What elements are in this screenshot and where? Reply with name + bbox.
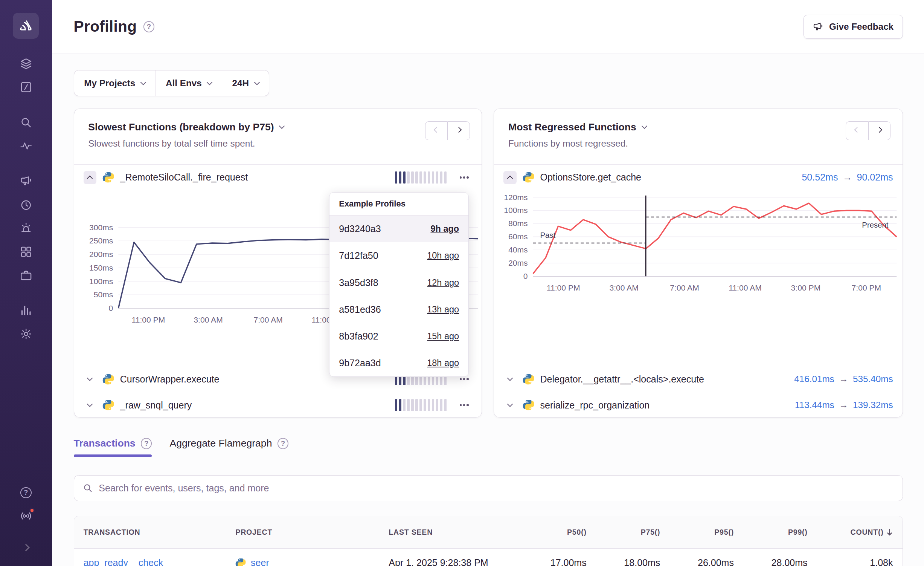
sidebar-item-projects[interactable] (0, 269, 52, 282)
function-row-collapsed[interactable]: Delegator.__getattr__.<locals>.execute 4… (494, 366, 902, 392)
tab-aggregate-flamegraph[interactable]: Aggregate Flamegraph ? (169, 438, 288, 457)
next-page-button[interactable] (447, 121, 470, 140)
duration-before-link[interactable]: 50.52ms (802, 172, 838, 183)
profile-age-link[interactable]: 12h ago (427, 278, 459, 288)
profile-item[interactable]: 7d12fa50 10h ago (329, 242, 468, 269)
next-page-button[interactable] (868, 121, 890, 140)
profile-age-link[interactable]: 18h ago (427, 358, 459, 368)
p95-value: 26.00ms (669, 557, 743, 566)
chevron-down-icon (87, 401, 93, 407)
profile-id: 9d3240a3 (339, 223, 381, 234)
project-link[interactable]: seer (251, 557, 269, 566)
svg-text:11:00 AM: 11:00 AM (729, 283, 762, 292)
profile-id: 8b3fa902 (339, 331, 378, 342)
collapse-row-button[interactable] (84, 171, 96, 184)
function-name[interactable]: Delegator.__getattr__.<locals>.execute (540, 374, 704, 385)
python-icon (102, 373, 114, 385)
row-menu-button[interactable] (456, 173, 472, 182)
duration-after-link[interactable]: 535.40ms (853, 374, 893, 384)
give-feedback-button[interactable]: Give Feedback (804, 15, 903, 39)
pagination (846, 121, 890, 140)
duration-before-link[interactable]: 416.01ms (794, 374, 834, 384)
tab-help-icon[interactable]: ? (141, 438, 152, 449)
row-menu-button[interactable] (456, 401, 472, 410)
duration-after-link[interactable]: 90.02ms (857, 172, 893, 183)
col-p95[interactable]: P95() (669, 528, 743, 537)
sidebar-collapse-button[interactable] (0, 547, 52, 550)
function-row-expanded[interactable]: _RemoteSiloCall._fire_request (74, 164, 482, 190)
expand-row-button[interactable] (503, 373, 516, 385)
sidebar-item-explore[interactable] (0, 81, 52, 93)
expand-row-button[interactable] (84, 373, 96, 385)
profile-item[interactable]: 9d3240a3 9h ago (329, 216, 468, 242)
sidebar-item-settings[interactable] (0, 327, 52, 340)
sidebar-item-issues[interactable] (0, 57, 52, 70)
tab-transactions[interactable]: Transactions ? (74, 438, 152, 457)
function-name[interactable]: serialize_rpc_organization (540, 400, 650, 411)
p99-value: 28.00ms (743, 557, 817, 566)
sidebar-item-replays[interactable] (0, 199, 52, 211)
col-project[interactable]: PROJECT (226, 528, 379, 537)
expand-row-button[interactable] (503, 399, 516, 411)
sentry-logo[interactable] (13, 13, 39, 39)
project-filter-dropdown[interactable]: My Projects (74, 70, 156, 96)
col-p99[interactable]: P99() (743, 528, 817, 537)
transaction-link[interactable]: app_ready__check (84, 557, 163, 566)
function-name[interactable]: CursorWrapper.execute (120, 374, 220, 385)
function-name[interactable]: OptionsStore.get_cache (540, 172, 641, 183)
prev-page-button[interactable] (846, 121, 868, 140)
sidebar-item-stats[interactable] (0, 304, 52, 317)
tab-help-icon[interactable]: ? (278, 438, 289, 449)
function-name[interactable]: _RemoteSiloCall._fire_request (120, 172, 248, 183)
chevron-right-icon (456, 127, 461, 133)
most-regressed-panel: Most Regressed Functions Functions by mo… (494, 109, 903, 418)
environment-filter-dropdown[interactable]: All Envs (156, 70, 222, 96)
most-regressed-title[interactable]: Most Regressed Functions (508, 121, 646, 133)
prev-page-button[interactable] (425, 121, 447, 140)
col-p50[interactable]: P50() (522, 528, 596, 537)
sidebar-item-whats-new[interactable] (0, 509, 52, 522)
profile-age-link[interactable]: 13h ago (427, 304, 459, 315)
slowest-functions-title[interactable]: Slowest Functions (breakdown by P75) (88, 121, 284, 133)
profile-item[interactable]: 9b72aa3d 18h ago (329, 350, 468, 376)
sidebar-item-user-feedback[interactable] (0, 174, 52, 187)
sidebar-item-discover[interactable] (0, 116, 52, 129)
profile-item[interactable]: a581ed36 13h ago (329, 296, 468, 323)
profile-item[interactable]: 3a95d3f8 12h ago (329, 269, 468, 296)
function-name[interactable]: _raw_snql_query (120, 400, 192, 411)
expand-row-button[interactable] (84, 399, 96, 411)
profile-age-link[interactable]: 9h ago (430, 224, 459, 234)
profile-age-link[interactable]: 15h ago (427, 331, 459, 341)
col-p75[interactable]: P75() (596, 528, 670, 537)
chevron-down-icon (507, 401, 513, 407)
performance-icon (20, 140, 32, 153)
sidebar-item-alerts[interactable] (0, 222, 52, 234)
search-bar[interactable] (74, 475, 903, 501)
arrow-right-icon: → (839, 374, 848, 384)
time-range-dropdown[interactable]: 24H (222, 70, 269, 96)
function-sparkline (395, 399, 447, 411)
sidebar-item-performance[interactable] (0, 140, 52, 153)
search-input[interactable] (99, 483, 894, 494)
sidebar-item-dashboards[interactable] (0, 245, 52, 258)
svg-text:80ms: 80ms (508, 219, 528, 228)
duration-after-link[interactable]: 139.32ms (853, 400, 893, 410)
col-last-seen[interactable]: LAST SEEN (379, 528, 522, 537)
duration-before-link[interactable]: 113.44ms (795, 400, 834, 410)
pagination (425, 121, 470, 140)
svg-text:50ms: 50ms (93, 290, 113, 299)
profile-item[interactable]: 8b3fa902 15h ago (329, 323, 468, 350)
svg-text:7:00 PM: 7:00 PM (852, 283, 881, 292)
page-help-icon[interactable]: ? (143, 21, 155, 32)
table-row[interactable]: app_ready__check seer Apr 1, 2025 9:28:3… (74, 549, 903, 566)
regression-chart: 120ms100ms80ms60ms40ms20ms011:00 PM3:00 … (495, 193, 901, 296)
col-count[interactable]: COUNT() (817, 528, 903, 537)
sidebar-item-help[interactable]: ? (0, 487, 52, 499)
collapse-row-button[interactable] (503, 171, 516, 184)
profile-age-link[interactable]: 10h ago (427, 251, 459, 261)
function-row-collapsed[interactable]: serialize_rpc_organization 113.44ms → 13… (494, 392, 902, 418)
sort-desc-icon (886, 529, 893, 536)
function-row-expanded[interactable]: OptionsStore.get_cache 50.52ms → 90.02ms (494, 164, 902, 190)
col-transaction[interactable]: TRANSACTION (74, 528, 226, 537)
function-row-collapsed[interactable]: _raw_snql_query (74, 392, 482, 418)
